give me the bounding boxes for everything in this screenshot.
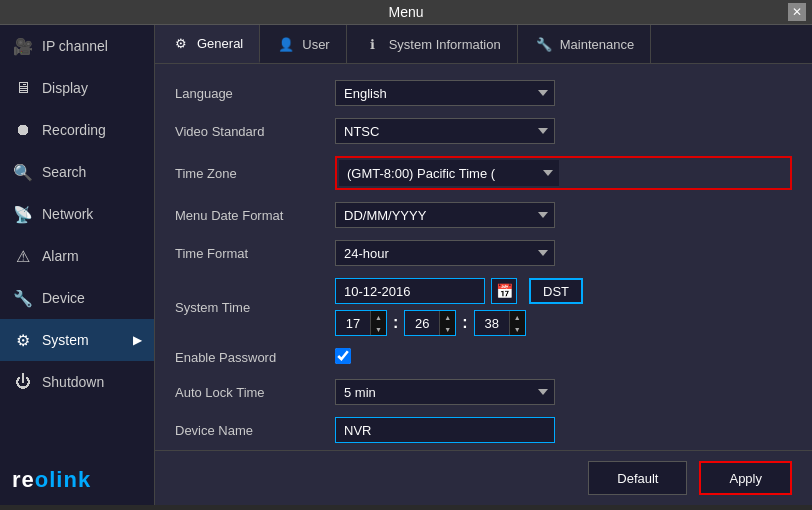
seconds-input[interactable] — [475, 311, 509, 335]
tab-user[interactable]: 👤 User — [260, 25, 346, 63]
auto-lock-label: Auto Lock Time — [175, 385, 335, 400]
seconds-up[interactable]: ▲ — [510, 311, 525, 323]
general-tab-icon: ⚙ — [171, 33, 191, 53]
date-format-row: Menu Date Format DD/MM/YYYY MM/DD/YYYY Y… — [175, 202, 792, 228]
seconds-down[interactable]: ▼ — [510, 323, 525, 335]
minutes-input[interactable] — [405, 311, 439, 335]
recording-icon: ⏺ — [12, 119, 34, 141]
language-control: English Chinese French — [335, 80, 792, 106]
tab-maintenance-label: Maintenance — [560, 37, 634, 52]
system-time-control: 📅 DST ▲ ▼ : — [335, 278, 792, 336]
system-time-row: System Time 📅 DST ▲ — [175, 278, 792, 336]
hours-input[interactable] — [336, 311, 370, 335]
user-tab-icon: 👤 — [276, 34, 296, 54]
enable-password-control — [335, 348, 792, 367]
sidebar-label-display: Display — [42, 80, 88, 96]
apply-button[interactable]: Apply — [699, 461, 792, 495]
search-icon: 🔍 — [12, 161, 34, 183]
sidebar-item-display[interactable]: 🖥 Display — [0, 67, 154, 109]
calendar-button[interactable]: 📅 — [491, 278, 517, 304]
sidebar-label-system: System — [42, 332, 89, 348]
auto-lock-control: 5 min 10 min 30 min Never — [335, 379, 792, 405]
time-format-control: 24-hour 12-hour — [335, 240, 792, 266]
video-standard-label: Video Standard — [175, 124, 335, 139]
video-standard-select[interactable]: NTSC PAL — [335, 118, 555, 144]
sidebar: 🎥 IP channel 🖥 Display ⏺ Recording 🔍 Sea… — [0, 25, 155, 505]
seconds-spinner: ▲ ▼ — [474, 310, 526, 336]
calendar-icon: 📅 — [496, 283, 513, 299]
enable-password-checkbox[interactable] — [335, 348, 351, 364]
tab-system-information[interactable]: ℹ System Information — [347, 25, 518, 63]
device-icon: 🔧 — [12, 287, 34, 309]
tab-general[interactable]: ⚙ General — [155, 25, 260, 63]
sidebar-item-shutdown[interactable]: ⏻ Shutdown — [0, 361, 154, 403]
system-time-label: System Time — [175, 300, 335, 315]
timezone-control: (GMT-8:00) Pacific Time ( (GMT-5:00) Eas… — [335, 156, 792, 190]
date-format-select[interactable]: DD/MM/YYYY MM/DD/YYYY YYYY/MM/DD — [335, 202, 555, 228]
sidebar-item-device[interactable]: 🔧 Device — [0, 277, 154, 319]
minutes-up[interactable]: ▲ — [440, 311, 455, 323]
reolink-logo: reolink — [0, 455, 154, 505]
sidebar-item-alarm[interactable]: ⚠ Alarm — [0, 235, 154, 277]
tab-bar: ⚙ General 👤 User ℹ System Information 🔧 … — [155, 25, 812, 64]
device-name-label: Device Name — [175, 423, 335, 438]
sidebar-item-recording[interactable]: ⏺ Recording — [0, 109, 154, 151]
sidebar-label-recording: Recording — [42, 122, 106, 138]
network-icon: 📡 — [12, 203, 34, 225]
device-name-input[interactable] — [335, 417, 555, 443]
sidebar-label-ip-channel: IP channel — [42, 38, 108, 54]
close-button[interactable]: ✕ — [788, 3, 806, 21]
sidebar-label-device: Device — [42, 290, 85, 306]
timezone-select[interactable]: (GMT-8:00) Pacific Time ( (GMT-5:00) Eas… — [339, 160, 559, 186]
language-row: Language English Chinese French — [175, 80, 792, 106]
date-format-label: Menu Date Format — [175, 208, 335, 223]
minutes-down[interactable]: ▼ — [440, 323, 455, 335]
form-area: Language English Chinese French Video St… — [155, 64, 812, 450]
tab-sysinfo-label: System Information — [389, 37, 501, 52]
sidebar-label-search: Search — [42, 164, 86, 180]
timezone-row: Time Zone (GMT-8:00) Pacific Time ( (GMT… — [175, 156, 792, 190]
sidebar-label-shutdown: Shutdown — [42, 374, 104, 390]
maintenance-tab-icon: 🔧 — [534, 34, 554, 54]
content-area: ⚙ General 👤 User ℹ System Information 🔧 … — [155, 25, 812, 505]
tab-user-label: User — [302, 37, 329, 52]
ip-channel-icon: 🎥 — [12, 35, 34, 57]
system-arrow-icon: ▶ — [133, 333, 142, 347]
footer: Default Apply — [155, 450, 812, 505]
time-format-row: Time Format 24-hour 12-hour — [175, 240, 792, 266]
date-input[interactable] — [335, 278, 485, 304]
enable-password-row: Enable Password — [175, 348, 792, 367]
enable-password-label: Enable Password — [175, 350, 335, 365]
timezone-label: Time Zone — [175, 166, 335, 181]
hours-up[interactable]: ▲ — [371, 311, 386, 323]
time-format-select[interactable]: 24-hour 12-hour — [335, 240, 555, 266]
colon-1: : — [393, 314, 398, 332]
video-standard-control: NTSC PAL — [335, 118, 792, 144]
colon-2: : — [462, 314, 467, 332]
minutes-spinner: ▲ ▼ — [404, 310, 456, 336]
time-format-label: Time Format — [175, 246, 335, 261]
sidebar-label-network: Network — [42, 206, 93, 222]
dst-button[interactable]: DST — [529, 278, 583, 304]
sidebar-label-alarm: Alarm — [42, 248, 79, 264]
default-button[interactable]: Default — [588, 461, 687, 495]
language-label: Language — [175, 86, 335, 101]
tab-maintenance[interactable]: 🔧 Maintenance — [518, 25, 651, 63]
video-standard-row: Video Standard NTSC PAL — [175, 118, 792, 144]
sidebar-item-ip-channel[interactable]: 🎥 IP channel — [0, 25, 154, 67]
auto-lock-row: Auto Lock Time 5 min 10 min 30 min Never — [175, 379, 792, 405]
auto-lock-select[interactable]: 5 min 10 min 30 min Never — [335, 379, 555, 405]
system-icon: ⚙ — [12, 329, 34, 351]
hours-down[interactable]: ▼ — [371, 323, 386, 335]
sidebar-item-system[interactable]: ⚙ System ▶ — [0, 319, 154, 361]
device-name-row: Device Name — [175, 417, 792, 443]
date-format-control: DD/MM/YYYY MM/DD/YYYY YYYY/MM/DD — [335, 202, 792, 228]
language-select[interactable]: English Chinese French — [335, 80, 555, 106]
device-name-control — [335, 417, 792, 443]
title-text: Menu — [388, 4, 423, 20]
sidebar-item-search[interactable]: 🔍 Search — [0, 151, 154, 193]
title-bar: Menu ✕ — [0, 0, 812, 25]
shutdown-icon: ⏻ — [12, 371, 34, 393]
sidebar-item-network[interactable]: 📡 Network — [0, 193, 154, 235]
tab-general-label: General — [197, 36, 243, 51]
